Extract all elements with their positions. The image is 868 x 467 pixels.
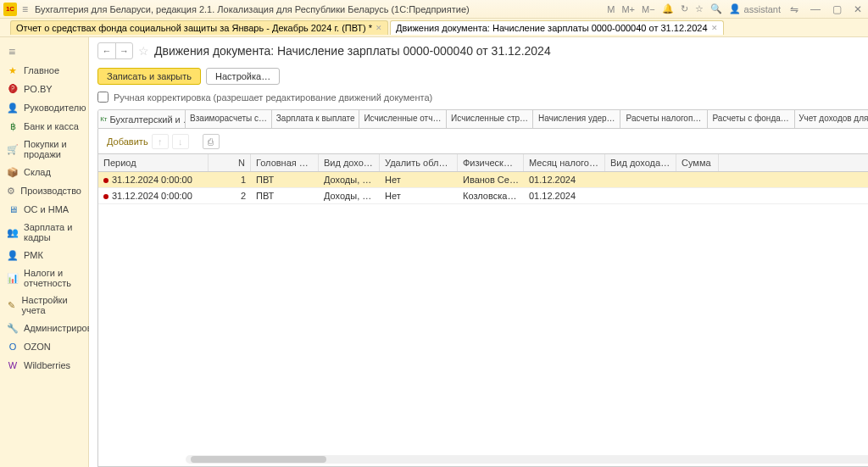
nav-icon: 👥 <box>7 226 19 238</box>
tab-fund[interactable]: Расчеты с фонда… <box>708 110 795 128</box>
tab-settlements[interactable]: Взаиморасчеты с… <box>186 110 273 128</box>
tab-calc-deduct[interactable]: Исчисленные отч… <box>359 110 447 128</box>
document-tab-bar: Отчет о средствах фонда социальной защит… <box>0 19 868 37</box>
move-down-button: ↓ <box>172 134 189 149</box>
page-header: ← → ☆ Движения документа: Начисление зар… <box>89 37 868 64</box>
minimize-button[interactable]: — <box>808 3 823 15</box>
nav-icon: ฿ <box>7 120 19 132</box>
doc-tab-movements[interactable]: Движения документа: Начисление зарплаты … <box>390 20 723 35</box>
register-tabs: Дт КтБухгалтерский и … Взаиморасчеты с… … <box>97 109 868 129</box>
nav-icon: 👤 <box>7 102 19 114</box>
settings-button[interactable]: Настройка… <box>206 68 280 85</box>
horizontal-scrollbar[interactable] <box>186 455 868 464</box>
main-menu-icon[interactable]: ≡ <box>22 3 28 15</box>
close-icon[interactable]: ✕ <box>376 24 382 32</box>
sidebar-item[interactable]: 👤РМК <box>0 246 88 264</box>
settings-window-icon[interactable]: ⇋ <box>787 3 801 15</box>
window-title: Бухгалтерия для Беларуси, редакция 2.1. … <box>35 4 607 14</box>
nav-icon: 🖥 <box>7 203 19 215</box>
sidebar-item[interactable]: WWildberries <box>0 356 88 375</box>
star-icon[interactable]: ☆ <box>138 44 149 58</box>
grid-header: Период N Головная органи… Вид дохода Уда… <box>98 154 868 172</box>
nav-label: Склад <box>24 167 51 177</box>
tab-salary-pay[interactable]: Зарплата к выплате <box>272 110 359 128</box>
nav-label: Производство <box>20 186 81 196</box>
close-icon[interactable]: ✕ <box>711 24 718 32</box>
sidebar-menu-icon[interactable]: ≡ <box>0 42 88 61</box>
manual-edit-checkbox[interactable] <box>97 92 108 103</box>
nav-label: OZON <box>24 342 51 352</box>
move-up-button: ↑ <box>152 134 169 149</box>
col-n[interactable]: N <box>209 154 251 171</box>
table-row[interactable]: 31.12.2024 0:00:001ПВТДоходы, целиком …Н… <box>98 172 868 188</box>
nav-label: Покупки и продажи <box>24 139 81 159</box>
nav-label: Зарплата и кадры <box>24 222 81 242</box>
main-area: ← → ☆ Движения документа: Начисление зар… <box>89 37 868 467</box>
sidebar-item[interactable]: 🔧Администрирование <box>0 319 88 337</box>
sidebar-item[interactable]: 🛒Покупки и продажи <box>0 136 88 163</box>
col-tax-month[interactable]: Месяц налогового периода <box>524 154 605 171</box>
doc-tab-report[interactable]: Отчет о средствах фонда социальной защит… <box>10 20 388 35</box>
add-row-link[interactable]: Добавить <box>107 136 148 147</box>
sidebar-item[interactable]: ★Главное <box>0 61 88 80</box>
nav-label: Руководителю <box>24 103 86 113</box>
nav-sidebar: ≡ ★Главное🅟PO.BY👤Руководителю฿Банк и кас… <box>0 37 89 467</box>
nav-icon: 📊 <box>7 272 19 284</box>
col-person[interactable]: Физическое лицо <box>458 154 524 171</box>
nav-label: РМК <box>24 250 43 260</box>
export-button[interactable]: ⎙ <box>203 134 220 149</box>
nav-label: Главное <box>24 65 59 75</box>
save-close-button[interactable]: Записать и закрыть <box>97 68 201 85</box>
col-org[interactable]: Головная органи… <box>251 154 319 171</box>
nav-icon: ⚙ <box>7 185 15 197</box>
nav-label: Банк и касса <box>24 121 79 131</box>
nav-icon: ★ <box>7 64 19 76</box>
sidebar-item[interactable]: ⚙Производство <box>0 181 88 200</box>
m-indicator: M <box>607 4 615 14</box>
search-icon[interactable]: 🔍 <box>710 3 722 14</box>
nav-buttons: ← → <box>97 42 133 59</box>
data-grid[interactable]: Период N Головная органи… Вид дохода Уда… <box>97 154 868 467</box>
m-plus-indicator: M+ <box>621 4 635 14</box>
tab-accounting[interactable]: Дт КтБухгалтерский и … <box>98 110 186 128</box>
nav-forward-button[interactable]: → <box>115 43 132 58</box>
app-logo-icon: 1С <box>3 3 17 16</box>
favorite-icon[interactable]: ☆ <box>695 3 704 14</box>
sidebar-item[interactable]: 📦Склад <box>0 163 88 181</box>
nav-icon: O <box>7 341 19 353</box>
row-marker-icon <box>103 194 108 199</box>
bell-icon[interactable]: 🔔 <box>662 3 674 14</box>
tab-accruals[interactable]: Начисления удер… <box>533 110 620 128</box>
user-menu[interactable]: 👤assistant <box>729 3 781 14</box>
sidebar-item[interactable]: 👥Зарплата и кадры <box>0 219 88 246</box>
sidebar-item[interactable]: ✎Настройки учета <box>0 292 88 319</box>
nav-back-button[interactable]: ← <box>98 43 115 58</box>
nav-label: PO.BY <box>24 84 53 94</box>
sidebar-item[interactable]: OOZON <box>0 337 88 356</box>
sidebar-item[interactable]: 🖥ОС и НМА <box>0 200 88 219</box>
scrollbar-thumb[interactable] <box>191 456 326 463</box>
tab-income-1[interactable]: Учет доходов для… <box>795 110 869 128</box>
manual-edit-row: Ручная корректировка (разрешает редактир… <box>89 88 868 106</box>
nav-icon: W <box>7 359 19 371</box>
sidebar-item[interactable]: 📊Налоги и отчетность <box>0 264 88 292</box>
m-minus-indicator: M− <box>642 4 655 14</box>
sidebar-item[interactable]: 🅟PO.BY <box>0 80 88 98</box>
nav-icon: 📦 <box>7 166 19 178</box>
tab-calc-insur[interactable]: Исчисленные стр… <box>447 110 534 128</box>
col-period[interactable]: Период <box>98 154 209 171</box>
nav-label: ОС и НМА <box>24 204 69 214</box>
maximize-button[interactable]: ▢ <box>830 3 844 15</box>
sidebar-item[interactable]: 👤Руководителю <box>0 98 88 117</box>
col-sum[interactable]: Сумма <box>676 154 719 171</box>
close-button[interactable]: ✕ <box>851 3 865 15</box>
history-icon[interactable]: ↻ <box>681 3 688 14</box>
sidebar-item[interactable]: ฿Банк и касса <box>0 117 88 136</box>
nav-icon: 👤 <box>7 249 19 261</box>
col-envd[interactable]: Удалить облагается ЕНВД <box>380 154 458 171</box>
col-income-del[interactable]: Вид дохода удалить <box>605 154 676 171</box>
col-income-type[interactable]: Вид дохода <box>319 154 380 171</box>
tab-taxpayer[interactable]: Расчеты налогоп… <box>620 110 708 128</box>
table-row[interactable]: 31.12.2024 0:00:002ПВТДоходы, целиком …Н… <box>98 188 868 204</box>
nav-label: Налоги и отчетность <box>24 268 81 288</box>
